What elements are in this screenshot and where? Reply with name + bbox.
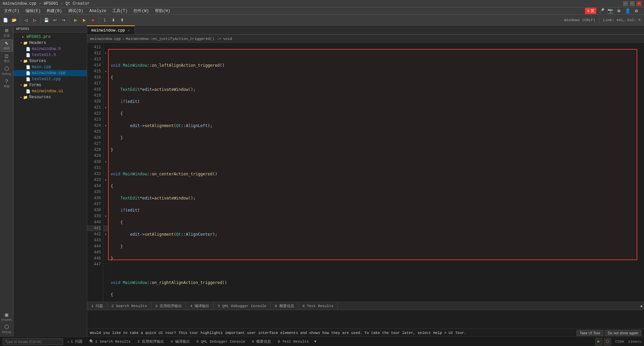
panel-chevron[interactable]: ▲: [640, 304, 643, 308]
tree-item-mainwindow-ui[interactable]: 📄 mainwindow.ui: [13, 88, 87, 94]
sidebar-help[interactable]: ? 帮助: [1, 78, 13, 90]
breadcrumb-function: MainWindow::on_justifyAction_triggered()…: [126, 37, 232, 41]
tab-compile-output[interactable]: 4 编译输出: [186, 302, 214, 310]
debug-taskbar-btn[interactable]: ⬡: [604, 338, 611, 345]
compile-output-task[interactable]: 4 编译输出: [168, 338, 193, 345]
bottom-content: [87, 310, 644, 329]
sidebar-debug-bottom[interactable]: ⬡ Debug: [1, 323, 13, 335]
tree-item-forms[interactable]: ▾ 📁 Forms: [13, 82, 87, 88]
menu-file[interactable]: 文件(F): [1, 7, 22, 14]
build-btn[interactable]: ▶: [71, 16, 79, 24]
run-taskbar-btn[interactable]: ▶: [595, 338, 602, 345]
menu-build[interactable]: 构建(B): [44, 7, 65, 14]
code-content-area[interactable]: void MainWindow::on_leftAlignAction_trig…: [108, 43, 644, 302]
maximize-button[interactable]: □: [630, 1, 635, 6]
tab-qml-debugger[interactable]: 5 QML Debugger Console: [214, 302, 271, 310]
mic-btn[interactable]: 🎤: [598, 7, 605, 15]
tab-bar: mainwindow.cpp ✕: [87, 25, 644, 35]
sidebar-edit[interactable]: ✎ 编辑: [1, 40, 13, 52]
search-results-task[interactable]: 🔍 2 Search Results: [87, 339, 133, 344]
code-text[interactable]: void MainWindow::on_leftAlignAction_trig…: [108, 43, 644, 302]
menu-controls[interactable]: 控件(W): [131, 7, 152, 14]
minimize-button[interactable]: —: [623, 1, 628, 6]
more-btn[interactable]: ▼: [314, 340, 317, 344]
fold-415[interactable]: ▾: [103, 68, 108, 74]
sidebar-welcome[interactable]: ⊞ 欢迎: [1, 27, 13, 39]
tree-item-mainwindow-cpp[interactable]: 📄 mainwindow.cpp: [13, 70, 87, 76]
fold-424[interactable]: ▾: [103, 123, 108, 129]
close-button[interactable]: ✕: [637, 1, 641, 6]
debug-run-btn[interactable]: ▶: [80, 16, 88, 24]
menu-debug[interactable]: 调试(D): [65, 7, 86, 14]
tab-problems[interactable]: 1 问题: [87, 302, 107, 310]
compile-label: 4 编译输出: [171, 339, 190, 344]
tab-search-results[interactable]: 2 Search Results: [107, 302, 151, 310]
resources-expand: ▸: [20, 95, 22, 99]
step-into-btn[interactable]: ⬇: [109, 16, 117, 24]
tab-mainwindow-cpp[interactable]: mainwindow.cpp ✕: [87, 25, 135, 35]
line-412: void MainWindow::on_leftAlignAction_trig…: [111, 63, 225, 68]
fold-442[interactable]: ▾: [103, 231, 108, 237]
menu-analyze[interactable]: Analyze: [87, 8, 109, 14]
line-418: }: [111, 135, 123, 140]
tree-content: ▾ WPS001.pro ▾ 📁 Headers 📄 mainwindow.h …: [13, 33, 87, 337]
tree-item-sources[interactable]: ▾ 📁 Sources: [13, 58, 87, 64]
save-btn[interactable]: 💾: [42, 16, 50, 24]
sidebar-yfs[interactable]: ▣ YFS001: [1, 311, 13, 323]
undo-btn[interactable]: ↩: [51, 16, 59, 24]
grid-btn[interactable]: ⊞: [615, 7, 623, 15]
problems-count[interactable]: ⚠ 1 问题: [64, 338, 85, 345]
step-over-btn[interactable]: ⤵: [101, 16, 109, 24]
test-results-task[interactable]: 8 Test Results: [275, 339, 311, 344]
sources-folder-icon: 📁: [23, 59, 28, 63]
tree-item-resources[interactable]: ▸ 📁 Resources: [13, 94, 87, 100]
take-tour-btn[interactable]: Take UI Tour: [577, 330, 603, 336]
lang-indicator: 英: [591, 8, 594, 13]
tree-item-textedit-h[interactable]: 📄 textedit.h: [13, 52, 87, 58]
qml-task[interactable]: 5 QML Debugger Console: [194, 339, 248, 344]
app-output-task[interactable]: 3 应用程序输出: [135, 338, 166, 345]
fold-430[interactable]: ▾: [103, 159, 108, 165]
tree-item-main-cpp[interactable]: 📄 main.cpp: [13, 64, 87, 70]
menu-tools[interactable]: 工具(T): [110, 7, 130, 14]
tab-test-results[interactable]: 8 Test Results: [299, 302, 338, 310]
cam-btn[interactable]: 📷: [606, 7, 614, 15]
debug-bottom-icon: ⬡: [4, 325, 9, 330]
tab-close-btn[interactable]: ✕: [127, 28, 130, 33]
tree-item-mainwindow-h[interactable]: 📄 mainwindow.h: [13, 46, 87, 52]
sidebar-project[interactable]: ◫ 项目: [1, 52, 13, 64]
menu-help[interactable]: 帮助(H): [152, 7, 173, 14]
redo-btn[interactable]: ↪: [60, 16, 68, 24]
tree-item-textedit-cpp[interactable]: 📄 textedit.cpp: [13, 76, 87, 82]
settings-btn[interactable]: ⚙: [633, 7, 640, 15]
tab-app-output[interactable]: 3 应用程序输出: [151, 302, 186, 310]
locate-input[interactable]: [3, 338, 63, 345]
person-btn[interactable]: 👤: [624, 7, 631, 15]
main-cpp-label: main.cpp: [32, 65, 51, 69]
line-431: {: [111, 292, 113, 297]
new-btn[interactable]: 📄: [1, 16, 9, 24]
fold-433[interactable]: ▾: [103, 177, 108, 183]
fold-421[interactable]: ▾: [103, 105, 108, 111]
stop-btn[interactable]: ■: [89, 16, 97, 24]
do-not-show-btn[interactable]: Do not show again: [605, 330, 641, 336]
summary-task[interactable]: 6 概要信息: [249, 338, 274, 345]
project-label: 项目: [4, 60, 10, 63]
step-out-btn[interactable]: ⬆: [118, 16, 126, 24]
encoding-selector[interactable]: Windows (CRLF): [562, 18, 597, 22]
tree-item-pro[interactable]: ▾ WPS001.pro: [13, 34, 87, 40]
sidebar-debug[interactable]: ⬡ Debug: [1, 65, 13, 77]
pro-label: WPS001.pro: [26, 35, 51, 39]
tree-item-headers[interactable]: ▾ 📁 Headers: [13, 40, 87, 46]
welcome-icon: ⊞: [5, 28, 8, 34]
fold-412[interactable]: ▾: [103, 50, 108, 56]
line-422: {: [111, 184, 113, 188]
open-btn[interactable]: 📂: [10, 16, 18, 24]
forward-btn[interactable]: ▷: [31, 16, 39, 24]
tab-summary[interactable]: 6 概要信息: [271, 302, 298, 310]
menu-bar: 文件(F) 编辑(E) 构建(B) 调试(D) Analyze 工具(T) 控件…: [0, 7, 644, 15]
menu-edit[interactable]: 编辑(E): [23, 7, 44, 14]
back-btn[interactable]: ◁: [22, 16, 30, 24]
textedit-cpp-icon: 📄: [25, 77, 31, 81]
fold-439[interactable]: ▾: [103, 213, 108, 219]
